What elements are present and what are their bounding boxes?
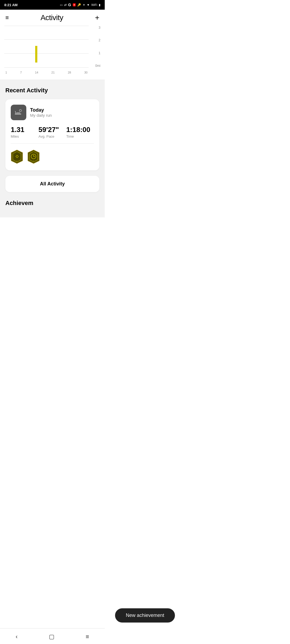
y-label-3: 3	[91, 26, 100, 30]
card-stats: 1.31 Miles 59'27" Avg. Pace 1:18:00 Time	[11, 126, 94, 144]
grid-line-0	[4, 67, 89, 68]
svg-text:✓: ✓	[16, 160, 18, 162]
activity-icon-box	[11, 105, 26, 120]
card-run-name: My daily run	[30, 113, 52, 118]
recent-section: Recent Activity Today My daily run 1.31	[0, 79, 105, 217]
stat-time-label: Time	[66, 134, 94, 138]
g-icon: G	[68, 3, 71, 7]
signal-icon: ▼	[87, 3, 90, 6]
stat-miles-label: Miles	[11, 134, 38, 138]
svg-text:✓: ✓	[33, 160, 34, 162]
x-label-14: 14	[35, 71, 38, 74]
y-label-0: 0mi	[91, 64, 100, 68]
x-labels: 1 7 14 21 28 30	[4, 71, 89, 74]
battery-icon: ▮	[99, 3, 100, 7]
card-header: Today My daily run	[11, 105, 94, 120]
activity-card[interactable]: Today My daily run 1.31 Miles 59'27" Avg…	[5, 99, 99, 170]
x-label-7: 7	[20, 71, 22, 74]
grid-line-1	[4, 53, 89, 54]
grid-line-2	[4, 39, 89, 40]
card-date: Today	[30, 107, 52, 113]
all-activity-label: All Activity	[40, 181, 65, 186]
badge-compass: ◇ ✓	[11, 149, 24, 165]
stat-miles-value: 1.31	[11, 126, 38, 134]
svg-text:◇: ◇	[15, 154, 19, 158]
sim-icon: ⇄	[64, 3, 67, 7]
bar-fill	[35, 46, 37, 63]
stat-pace: 59'27" Avg. Pace	[38, 126, 66, 138]
stat-time: 1:18:00 Time	[66, 126, 94, 138]
x-label-21: 21	[51, 71, 55, 74]
x-label-1: 1	[5, 71, 7, 74]
grid-line-3	[4, 26, 89, 26]
svg-point-3	[19, 109, 21, 112]
menu-icon[interactable]: ≡	[5, 15, 9, 21]
achievements-title: Achievem	[5, 200, 99, 212]
bluetooth-icon: ✶	[83, 3, 85, 7]
stat-time-value: 1:18:00	[66, 126, 94, 134]
x-label-28: 28	[68, 71, 71, 74]
treadmill-icon	[14, 108, 23, 117]
chart-container: 1 7 14 21 28 30 3 2 1 0mi	[0, 26, 105, 79]
badge-compass-svg: ◇ ✓	[11, 149, 23, 164]
svg-rect-1	[16, 112, 20, 113]
card-badges: ◇ ✓ ✓	[11, 148, 94, 165]
rec-icon: ●	[73, 3, 76, 6]
stat-pace-value: 59'27"	[38, 126, 66, 134]
svg-line-2	[15, 111, 16, 114]
add-button[interactable]: +	[95, 13, 99, 22]
status-bar: 8:21 AM ▭ ⇄ G ● 🔑 ✶ ▼ WiFi ▮	[0, 0, 105, 10]
camera-icon: ▭	[60, 3, 63, 7]
stat-miles: 1.31 Miles	[11, 126, 38, 138]
badge-clock: ✓	[27, 149, 41, 165]
y-label-2: 2	[91, 38, 100, 42]
chart-y-axis: 3 2 1 0mi	[91, 26, 100, 74]
status-icons: ▭ ⇄ G ● 🔑 ✶ ▼ WiFi ▮	[60, 3, 100, 7]
grid-lines	[4, 26, 89, 68]
wifi-icon: WiFi	[91, 3, 97, 6]
recent-activity-title: Recent Activity	[5, 87, 99, 94]
status-time: 8:21 AM	[4, 3, 17, 7]
chart-bar-14	[35, 46, 37, 68]
all-activity-button[interactable]: All Activity	[5, 176, 99, 192]
key-icon: 🔑	[77, 3, 81, 7]
card-meta: Today My daily run	[30, 107, 52, 118]
stat-pace-label: Avg. Pace	[38, 134, 66, 138]
badge-clock-svg: ✓	[27, 149, 40, 164]
page-title: Activity	[41, 13, 63, 22]
top-bar: ≡ Activity +	[0, 10, 105, 26]
y-label-1: 1	[91, 51, 100, 55]
x-label-30: 30	[84, 71, 88, 74]
chart-plot: 1 7 14 21 28 30	[4, 26, 89, 74]
